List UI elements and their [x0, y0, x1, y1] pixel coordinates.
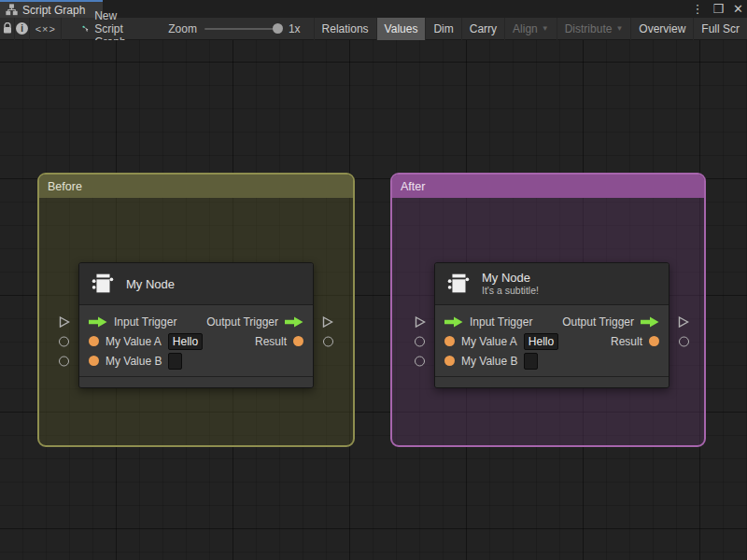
node-title: My Node [126, 277, 175, 291]
lock-button[interactable] [0, 18, 15, 40]
fullscreen-label: Full Scr [701, 22, 740, 35]
info-button[interactable]: i [15, 18, 30, 40]
overview-label: Overview [639, 22, 685, 35]
group-before-header[interactable]: Before [39, 175, 353, 198]
script-graph-window: Script Graph ⋮ ❒ ✕ i <×> New S [0, 0, 747, 560]
value-a-label: My Value A [461, 335, 517, 348]
node-icon [444, 270, 472, 298]
result-port-dot[interactable] [649, 336, 659, 346]
node-header[interactable]: My Node [79, 263, 313, 305]
value-a-port-dot[interactable] [89, 336, 99, 346]
value-b-field[interactable] [168, 353, 182, 370]
result-label: Result [255, 335, 287, 348]
ext-flow-input-port[interactable] [59, 315, 70, 328]
ext-result-port[interactable] [323, 336, 333, 346]
ext-result-port[interactable] [679, 336, 689, 346]
node-footer [435, 376, 669, 387]
zoom-label: Zoom [168, 22, 197, 35]
value-b-port-dot[interactable] [89, 356, 99, 366]
node-subtitle: It's a subtitle! [482, 285, 539, 297]
dim-button[interactable]: Dim [425, 18, 460, 40]
group-after-header[interactable]: After [392, 175, 704, 198]
output-trigger-label: Output Trigger [206, 315, 278, 329]
graph-canvas[interactable]: Before After My Node [0, 40, 747, 560]
dim-label: Dim [433, 22, 453, 35]
value-a-field[interactable]: Hello [524, 333, 558, 350]
node-row-value-a: My Value A Hello Result [435, 331, 669, 351]
node-row-trigger: Input Trigger Output Trigger [79, 312, 313, 331]
align-button[interactable]: Align ▼ [504, 18, 557, 40]
zoom-slider-handle[interactable] [273, 23, 283, 34]
group-before-title: Before [48, 180, 82, 193]
output-trigger-label: Output Trigger [562, 315, 634, 329]
code-preview-button[interactable]: <×> [30, 18, 62, 40]
toolbar-buttons: Relations Values Dim Carry Align ▼ Distr… [314, 18, 747, 40]
window-controls: ⋮ ❒ ✕ [691, 0, 743, 18]
flow-output-icon[interactable] [641, 316, 659, 328]
input-trigger-label: Input Trigger [114, 315, 176, 329]
fullscreen-button[interactable]: Full Scr [693, 18, 747, 40]
values-label: Values [385, 22, 418, 35]
value-a-label: My Value A [106, 335, 162, 348]
kebab-menu-icon[interactable]: ⋮ [691, 0, 703, 18]
flow-input-icon[interactable] [444, 316, 463, 328]
tab-label: Script Graph [22, 4, 85, 17]
close-icon[interactable]: ✕ [733, 0, 743, 18]
value-a-port-dot[interactable] [444, 336, 455, 346]
value-b-port-dot[interactable] [444, 356, 455, 366]
chevron-down-icon: ▼ [615, 24, 623, 33]
zoom-slider[interactable] [204, 28, 281, 30]
relations-label: Relations [322, 22, 369, 35]
graph-pointer-icon [82, 22, 89, 35]
distribute-label: Distribute [565, 22, 613, 35]
ext-value-a-port[interactable] [59, 336, 69, 346]
result-label: Result [611, 335, 642, 348]
node-my-node-after[interactable]: My Node It's a subtitle! Input Trigger O… [434, 262, 669, 388]
zoom-value: 1x [289, 22, 301, 35]
carry-button[interactable]: Carry [461, 18, 504, 40]
node-icon [89, 270, 117, 298]
zoom-control: Zoom 1x [168, 22, 300, 35]
ext-flow-input-port[interactable] [415, 315, 426, 328]
node-my-node-before[interactable]: My Node Input Trigger Output Trigger [78, 262, 314, 388]
value-a-field[interactable]: Hello [168, 333, 203, 350]
node-title: My Node [482, 271, 539, 285]
toolbar: i <×> New Script Graph Zoom 1x Relations [0, 18, 747, 40]
ext-flow-output-port[interactable] [678, 315, 689, 328]
value-b-label: My Value B [106, 355, 162, 368]
values-button[interactable]: Values [376, 18, 426, 40]
node-body: Input Trigger Output Trigger My Value A [79, 305, 313, 376]
relations-button[interactable]: Relations [314, 18, 376, 40]
code-icon: <×> [35, 23, 56, 35]
node-row-value-a: My Value A Hello Result [79, 331, 313, 351]
maximize-icon[interactable]: ❒ [712, 0, 724, 18]
chevron-down-icon: ▼ [542, 24, 549, 33]
value-b-label: My Value B [461, 355, 517, 368]
ext-value-b-port[interactable] [59, 356, 69, 366]
result-port-dot[interactable] [293, 336, 303, 346]
align-label: Align [513, 22, 538, 35]
flow-input-icon[interactable] [89, 316, 107, 328]
info-icon: i [16, 22, 28, 35]
ext-flow-output-port[interactable] [322, 315, 333, 328]
node-row-trigger: Input Trigger Output Trigger [435, 312, 669, 331]
node-row-value-b: My Value B [435, 351, 669, 371]
ext-value-b-port[interactable] [415, 356, 425, 366]
flow-output-icon[interactable] [285, 316, 303, 328]
script-graph-icon [6, 4, 18, 16]
input-trigger-label: Input Trigger [470, 315, 532, 329]
overview-button[interactable]: Overview [630, 18, 693, 40]
distribute-button[interactable]: Distribute ▼ [557, 18, 631, 40]
node-header[interactable]: My Node It's a subtitle! [435, 263, 669, 305]
ext-value-a-port[interactable] [415, 336, 425, 346]
node-row-value-b: My Value B [79, 351, 313, 371]
lock-icon [2, 22, 13, 35]
carry-label: Carry [470, 22, 497, 35]
node-body: Input Trigger Output Trigger My Value A [435, 305, 669, 376]
node-footer [79, 376, 313, 387]
group-after-title: After [401, 180, 425, 193]
value-b-field[interactable] [524, 353, 538, 370]
